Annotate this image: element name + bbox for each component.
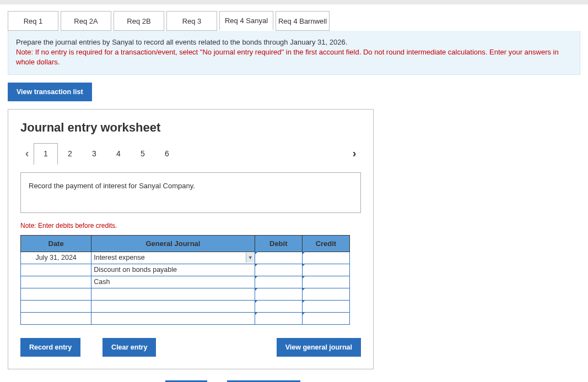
dropdown-arrow-icon[interactable]: ▼	[246, 253, 255, 263]
req-tab-req-2b[interactable]: Req 2B	[114, 11, 164, 31]
debit-cell[interactable]	[255, 312, 302, 324]
credit-cell[interactable]	[302, 312, 349, 324]
debit-cell[interactable]	[255, 288, 302, 300]
step-tab-1[interactable]: 1	[34, 143, 58, 165]
general-journal-cell[interactable]: Discount on bonds payable	[91, 264, 255, 276]
instruction-note: Note: If no entry is required for a tran…	[16, 48, 559, 66]
table-row	[21, 300, 350, 312]
instruction-box: Prepare the journal entries by Sanyal to…	[8, 31, 580, 75]
footer-nav: ‹ Req 3 Req 4 Barnwell ›	[165, 380, 588, 382]
header-general-journal: General Journal	[91, 235, 255, 252]
date-cell[interactable]	[21, 312, 91, 324]
view-general-journal-button[interactable]: View general journal	[277, 338, 361, 357]
req-tabs: Req 1Req 2AReq 2BReq 3Req 4 SanyalReq 4 …	[0, 4, 588, 31]
entry-description-box: Record the payment of interest for Sanya…	[20, 172, 361, 213]
step-next-icon[interactable]: ›	[348, 147, 361, 160]
table-row	[21, 288, 350, 300]
journal-table: Date General Journal Debit Credit July 3…	[20, 235, 350, 325]
table-row	[21, 312, 350, 324]
debit-cell[interactable]	[255, 252, 302, 264]
date-cell[interactable]	[21, 288, 91, 300]
step-tab-4[interactable]: 4	[106, 143, 131, 165]
general-journal-cell[interactable]	[91, 312, 255, 324]
footer-next-button[interactable]: Req 4 Barnwell ›	[227, 380, 301, 382]
credit-cell[interactable]	[302, 300, 349, 312]
header-credit: Credit	[302, 235, 349, 252]
general-journal-cell[interactable]	[91, 288, 255, 300]
header-debit: Debit	[255, 235, 302, 252]
table-row: Cash	[21, 276, 350, 288]
credit-cell[interactable]	[302, 288, 349, 300]
step-tab-5[interactable]: 5	[131, 143, 155, 165]
view-transaction-list-button[interactable]: View transaction list	[8, 83, 92, 101]
req-tab-req-4-sanyal[interactable]: Req 4 Sanyal	[219, 11, 273, 31]
table-row: July 31, 2024Interest expense▼	[21, 252, 350, 264]
journal-worksheet-panel: Journal entry worksheet ‹ 123456 › Recor…	[8, 109, 374, 369]
header-date: Date	[21, 235, 91, 252]
step-prev-icon[interactable]: ‹	[20, 147, 34, 160]
req-tab-req-2a[interactable]: Req 2A	[61, 11, 111, 31]
step-nav: ‹ 123456 ›	[20, 143, 361, 165]
req-tab-req-4-barnwell[interactable]: Req 4 Barnwell	[276, 11, 330, 31]
date-cell[interactable]	[21, 300, 91, 312]
date-cell[interactable]	[21, 276, 91, 288]
credit-cell[interactable]	[302, 276, 349, 288]
date-cell[interactable]	[21, 264, 91, 276]
debit-cell[interactable]	[255, 300, 302, 312]
table-row: Discount on bonds payable	[21, 264, 350, 276]
debits-before-credits-note: Note: Enter debits before credits.	[20, 222, 361, 230]
date-cell[interactable]: July 31, 2024	[21, 252, 91, 264]
credit-cell[interactable]	[302, 264, 349, 276]
general-journal-cell[interactable]: Interest expense▼	[91, 252, 255, 264]
step-tab-3[interactable]: 3	[82, 143, 106, 165]
general-journal-cell[interactable]: Cash	[91, 276, 255, 288]
footer-prev-button[interactable]: ‹ Req 3	[165, 380, 207, 382]
req-tab-req-3[interactable]: Req 3	[166, 11, 217, 31]
step-tab-6[interactable]: 6	[155, 143, 179, 165]
general-journal-cell[interactable]	[91, 300, 255, 312]
debit-cell[interactable]	[255, 276, 302, 288]
record-entry-button[interactable]: Record entry	[20, 338, 80, 357]
clear-entry-button[interactable]: Clear entry	[103, 338, 156, 357]
step-tab-2[interactable]: 2	[58, 143, 82, 165]
req-tab-req-1[interactable]: Req 1	[8, 11, 58, 31]
debit-cell[interactable]	[255, 264, 302, 276]
worksheet-title: Journal entry worksheet	[20, 121, 361, 135]
entry-description: Record the payment of interest for Sanya…	[29, 182, 195, 190]
instruction-main: Prepare the journal entries by Sanyal to…	[16, 38, 347, 46]
credit-cell[interactable]	[302, 252, 349, 264]
